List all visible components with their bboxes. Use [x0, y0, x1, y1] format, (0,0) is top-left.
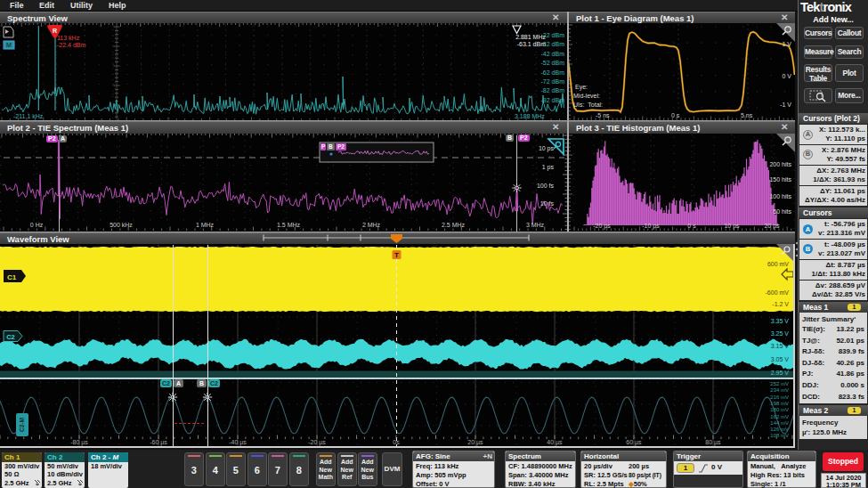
svg-text:C2-M: C2-M	[19, 418, 25, 432]
svg-text:C2: C2	[6, 333, 15, 341]
svg-text:R: R	[53, 28, 57, 34]
svg-text:C1: C1	[7, 273, 17, 281]
svg-text:M: M	[6, 42, 12, 48]
svg-text:T: T	[394, 251, 399, 259]
